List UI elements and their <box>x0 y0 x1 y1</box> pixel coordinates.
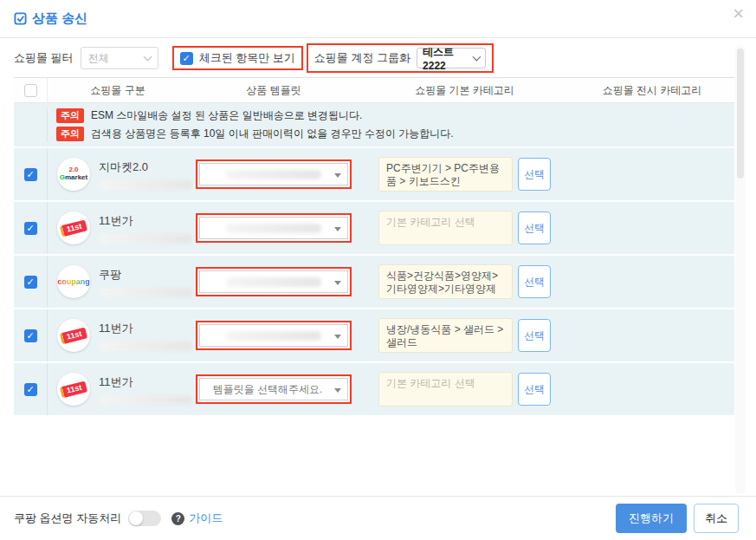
header-display-category: 쇼핑몰 전시 카테고리 <box>570 83 734 98</box>
template-dropdown-highlight <box>196 159 352 189</box>
scrollbar-thumb[interactable] <box>737 49 744 179</box>
row-checkbox[interactable] <box>24 168 37 181</box>
table-row: 11st 11번가 기본 카테고리 선택 선택 <box>14 202 734 256</box>
11st-logo: 11st <box>57 211 90 244</box>
basic-category-box[interactable]: PC주변기기 > PC주변용품 > 키보드스킨 <box>378 157 513 192</box>
template-dropdown[interactable] <box>199 163 348 185</box>
mall-name: 11번가 <box>99 321 192 336</box>
notice-line: 주의 ESM 스마일배송 설정 된 상품은 일반배송으로 변경됩니다. <box>56 108 454 123</box>
product-send-modal: 상품 송신 × 쇼핑몰 필터 전체 체크된 항목만 보기 쇼핑몰 계정 그룹화 … <box>0 0 756 540</box>
header-mall: 쇼핑몰 구분 <box>48 83 188 98</box>
category-select-button[interactable]: 선택 <box>518 158 551 191</box>
dropdown-caret-icon <box>334 335 341 339</box>
basic-category-box[interactable]: 냉장/냉동식품 > 샐러드 > 샐러드 <box>378 318 513 353</box>
category-select-button[interactable]: 선택 <box>518 265 551 298</box>
close-icon[interactable]: × <box>733 4 744 23</box>
grouping-value: 테스트2222 <box>423 45 474 72</box>
redacted-template-value <box>226 331 321 341</box>
dropdown-caret-icon <box>334 173 341 178</box>
table-row: 2.0 Gmarket 지마켓2.0 PC주변기기 > PC주변용품 > 키보드 <box>14 148 734 202</box>
checked-only-label: 체크된 항목만 보기 <box>199 50 295 66</box>
dropdown-caret-icon <box>334 388 341 393</box>
mall-name: 11번가 <box>99 213 192 229</box>
select-all-checkbox[interactable] <box>24 84 37 97</box>
basic-category-box[interactable]: 식품>건강식품>영양제>기타영양제>기타영양제 <box>378 264 513 299</box>
redacted-template-value <box>226 170 321 179</box>
category-select-button[interactable]: 선택 <box>518 211 551 244</box>
category-select-button[interactable]: 선택 <box>518 373 551 406</box>
redacted-template-value <box>226 224 321 233</box>
redacted-account-name <box>99 234 192 244</box>
coupang-logo: coupang <box>57 265 90 298</box>
checked-only-group-highlight: 체크된 항목만 보기 <box>172 46 303 70</box>
template-placeholder: 템플릿을 선택해주세요. <box>213 382 335 397</box>
redacted-account-name <box>99 342 192 351</box>
11st-logo: 11st <box>57 319 90 352</box>
filter-bar: 쇼핑몰 필터 전체 체크된 항목만 보기 쇼핑몰 계정 그룹화 테스트2222 <box>14 43 494 73</box>
template-dropdown[interactable]: 템플릿을 선택해주세요. <box>199 378 348 400</box>
account-grouping-highlight: 쇼핑몰 계정 그룹화 테스트2222 <box>307 43 494 73</box>
grouping-label: 쇼핑몰 계정 그룹화 <box>314 50 410 66</box>
table-row: 11st 11번가 냉장/냉동식품 > 샐러드 > 샐러드 선택 <box>14 309 734 363</box>
gmarket-logo: 2.0 Gmarket <box>57 158 90 191</box>
template-dropdown-highlight <box>196 321 352 350</box>
header-template: 상품 템플릿 <box>188 83 359 98</box>
template-dropdown-highlight: 템플릿을 선택해주세요. <box>196 374 352 404</box>
redacted-account-name <box>99 395 192 405</box>
dropdown-caret-icon <box>334 227 341 231</box>
coupang-option-toggle-label: 쿠팡 옵션명 자동처리 <box>14 511 121 526</box>
proceed-button[interactable]: 진행하기 <box>616 504 687 533</box>
grouping-select[interactable]: 테스트2222 <box>417 48 486 68</box>
vertical-scrollbar[interactable] <box>735 45 746 494</box>
template-dropdown[interactable] <box>199 324 348 347</box>
page-title: 상품 송신 <box>14 10 87 27</box>
warning-badge: 주의 <box>56 108 84 123</box>
notice-line: 주의 검색용 상품명은 등록후 10일 이내 판매이력이 없을 경우만 수정이 … <box>56 127 454 141</box>
mall-name: 11번가 <box>99 374 192 390</box>
row-checkbox[interactable] <box>24 329 37 342</box>
warning-badge: 주의 <box>56 127 84 141</box>
mall-filter-label: 쇼핑몰 필터 <box>14 50 74 66</box>
coupang-option-toggle[interactable] <box>128 511 161 526</box>
redacted-account-name <box>99 288 192 297</box>
redacted-template-value <box>226 277 321 287</box>
template-dropdown[interactable] <box>199 217 348 239</box>
notice-text: 검색용 상품명은 등록후 10일 이내 판매이력이 없을 경우만 수정이 가능합… <box>91 127 454 141</box>
chevron-down-icon <box>143 52 152 61</box>
redacted-account-name <box>99 180 192 190</box>
question-mark-icon: ? <box>171 512 184 525</box>
template-dropdown[interactable] <box>199 270 348 293</box>
mall-name: 쿠팡 <box>99 267 192 283</box>
template-dropdown-highlight <box>196 267 352 296</box>
basic-category-box[interactable]: 기본 카테고리 선택 <box>378 211 513 245</box>
11st-logo: 11st <box>57 373 90 406</box>
mall-filter-value: 전체 <box>88 51 109 66</box>
template-dropdown-highlight <box>196 213 352 243</box>
table-row: coupang 쿠팡 식품>건강식품>영양제>기타영양제>기타영양제 선택 <box>14 256 734 309</box>
page-title-text: 상품 송신 <box>32 10 87 27</box>
modal-footer: 쿠팡 옵션명 자동처리 ? 가이드 진행하기 취소 <box>0 496 756 540</box>
mall-filter-select[interactable]: 전체 <box>81 47 158 69</box>
checked-only-checkbox[interactable] <box>180 52 193 65</box>
cancel-button[interactable]: 취소 <box>694 504 739 533</box>
notice-text: ESM 스마일배송 설정 된 상품은 일반배송으로 변경됩니다. <box>91 108 362 123</box>
notice-row: 주의 ESM 스마일배송 설정 된 상품은 일반배송으로 변경됩니다. 주의 검… <box>14 103 734 148</box>
row-checkbox[interactable] <box>24 383 37 396</box>
modal-titlebar: 상품 송신 × <box>0 0 756 38</box>
table-header-row: 쇼핑몰 구분 상품 템플릿 쇼핑몰 기본 카테고리 쇼핑몰 전시 카테고리 <box>14 78 734 103</box>
header-basic-category: 쇼핑몰 기본 카테고리 <box>359 83 570 98</box>
dropdown-caret-icon <box>334 281 341 285</box>
basic-category-box[interactable]: 기본 카테고리 선택 <box>378 372 513 407</box>
product-table: 쇼핑몰 구분 상품 템플릿 쇼핑몰 기본 카테고리 쇼핑몰 전시 카테고리 주의… <box>14 77 734 417</box>
checkbox-check-icon <box>14 12 27 25</box>
toggle-knob <box>129 511 143 525</box>
row-checkbox[interactable] <box>24 276 37 289</box>
mall-name: 지마켓2.0 <box>99 159 192 175</box>
category-select-button[interactable]: 선택 <box>518 319 551 352</box>
row-checkbox[interactable] <box>24 222 37 235</box>
guide-link[interactable]: 가이드 <box>189 511 223 526</box>
table-row: 11st 11번가 템플릿을 선택해주세요. 기본 카테고리 선택 선택 <box>14 363 734 417</box>
